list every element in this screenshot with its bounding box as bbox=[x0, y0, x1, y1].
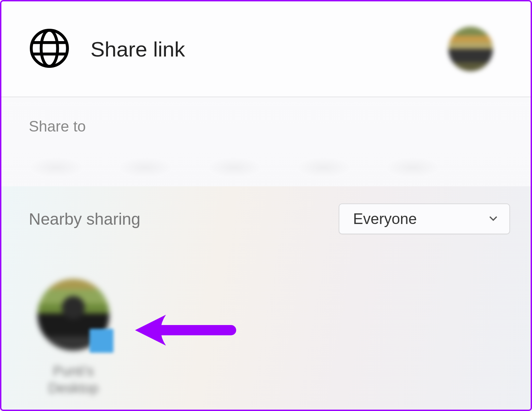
blurred-target bbox=[118, 157, 173, 178]
nearby-scope-dropdown[interactable]: Everyone bbox=[339, 203, 510, 234]
chevron-down-icon bbox=[467, 212, 499, 225]
blurred-target bbox=[385, 157, 440, 178]
dialog-title: Share link bbox=[90, 37, 185, 61]
device-name-label: Punti's Desktop bbox=[29, 362, 118, 397]
device-type-badge-icon bbox=[89, 329, 113, 353]
title-wrap: Share link bbox=[29, 28, 185, 70]
user-avatar[interactable] bbox=[448, 27, 493, 71]
blurred-target bbox=[296, 157, 351, 178]
blurred-target bbox=[207, 157, 262, 178]
svg-point-1 bbox=[41, 30, 58, 66]
nearby-sharing-label: Nearby sharing bbox=[29, 210, 141, 228]
blurred-target bbox=[29, 157, 84, 178]
share-targets-preview bbox=[1, 149, 531, 186]
svg-point-0 bbox=[31, 30, 68, 66]
device-avatar-wrap bbox=[37, 279, 109, 351]
share-dialog: Share link Share to Nearby sharing Every… bbox=[0, 0, 532, 411]
nearby-header: Nearby sharing Everyone bbox=[29, 203, 510, 234]
globe-icon bbox=[29, 28, 70, 70]
nearby-devices-row: Punti's Desktop bbox=[29, 279, 510, 397]
share-to-label: Share to bbox=[1, 97, 531, 149]
dialog-header: Share link bbox=[1, 1, 531, 97]
nearby-device-item[interactable]: Punti's Desktop bbox=[29, 279, 118, 397]
nearby-sharing-section: Nearby sharing Everyone Punti's Desktop bbox=[1, 186, 531, 411]
dropdown-selected-label: Everyone bbox=[353, 210, 417, 227]
